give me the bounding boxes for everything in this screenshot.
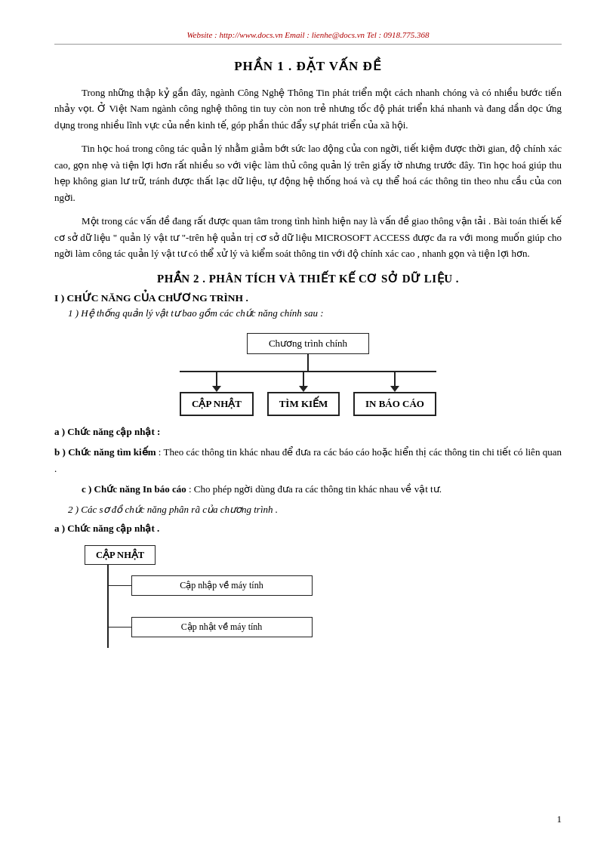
fc-branch-timkiem: TÌM KIẾM <box>267 372 340 416</box>
annot-b-label: b ) Chức năng tìm kiếm <box>54 446 156 458</box>
flowchart-main: Chương trình chính CẬP NHẬT TÌM KIẾM <box>54 333 562 416</box>
fc-branch-inbaocao: IN BÁO CÁO <box>353 372 436 416</box>
fc2-root: CẬP NHẬT <box>85 545 156 565</box>
fc2-item-1: Cập nhập về máy tính <box>131 575 313 596</box>
fc-leaf-inbaocao: IN BÁO CÁO <box>353 392 436 416</box>
fc-branch-vline-2 <box>303 372 304 386</box>
fc-branch-vline-1 <box>216 372 217 386</box>
section2-sub: 2 ) Các sơ đồ chức năng phân rã của chươ… <box>68 504 562 516</box>
fc-arrow-3 <box>390 386 399 392</box>
annot-c-label: c ) Chức năng In báo cáo <box>82 483 186 495</box>
annot-b: b ) Chức năng tìm kiếm : Theo các thông … <box>54 444 562 476</box>
section1-title: I ) CHỨC NĂNG CỦA CHƯƠNG TRÌNH . <box>54 291 562 304</box>
section1-sub: 1 ) Hệ thống quản lý vật tư bao gồm các … <box>68 307 562 319</box>
annot-a: a ) Chức năng cập nhật : <box>54 424 562 439</box>
fc-arrow-2 <box>299 386 308 392</box>
fc2-right: Cập nhập về máy tính Cập nhật về máy tín… <box>109 565 313 648</box>
fc-leaf-capnhat: CẬP NHẬT <box>180 392 254 416</box>
fc2-container: CẬP NHẬT Cập nhập về máy tính Cập nhật v… <box>85 545 562 648</box>
fc-leaf-timkiem: TÌM KIẾM <box>267 392 340 416</box>
fc-branches: CẬP NHẬT TÌM KIẾM IN BÁO CÁO <box>180 372 436 416</box>
subsec-a-title: a ) Chức năng cập nhật . <box>54 520 562 536</box>
fc2-tree: Cập nhập về máy tính Cập nhật về máy tín… <box>85 565 562 648</box>
fc-branch-capnhat: CẬP NHẬT <box>180 372 254 416</box>
fc-arrow-1 <box>212 386 221 392</box>
fc2-item-2: Cập nhật về máy tính <box>131 617 313 637</box>
page-number: 1 <box>557 813 562 825</box>
fc-branch-vline-3 <box>394 372 396 386</box>
fc2-branch-2: Cập nhật về máy tính <box>109 617 313 637</box>
part2-title: PHẦN 2 . PHÂN TÍCH VÀ THIẾT KẾ CƠ SỞ DỮ … <box>54 272 562 285</box>
part1-para2: Tin học hoá trong công tác quản lý nhằm … <box>54 140 562 205</box>
fc-top-connector: Chương trình chính <box>180 333 436 372</box>
fc-main-box: Chương trình chính <box>247 333 369 354</box>
header-text: Website : http://www.docs.vn Email : lie… <box>186 30 429 39</box>
annot-c-text: : Cho phép ngời dùng đưa ra các thông ti… <box>186 483 442 495</box>
fc2-hline-2 <box>109 627 131 628</box>
page: Website : http://www.docs.vn Email : lie… <box>0 0 616 848</box>
part1-title: PHẦN 1 . ĐẶT VẤN ĐỀ <box>54 58 562 74</box>
part1-para1: Trong những thập kỷ gần đây, ngành Công … <box>54 85 562 133</box>
fc-top-vline <box>307 354 309 371</box>
part1-para3: Một trong các vấn đề đang rất được quan … <box>54 213 562 261</box>
header-bar: Website : http://www.docs.vn Email : lie… <box>54 30 562 45</box>
fc2-branch-1: Cập nhập về máy tính <box>109 575 313 596</box>
annot-a-label: a ) Chức năng cập nhật : <box>54 426 160 437</box>
annot-c: c ) Chức năng In báo cáo : Cho phép ngời… <box>54 481 562 497</box>
fc2-hline-1 <box>109 585 131 587</box>
